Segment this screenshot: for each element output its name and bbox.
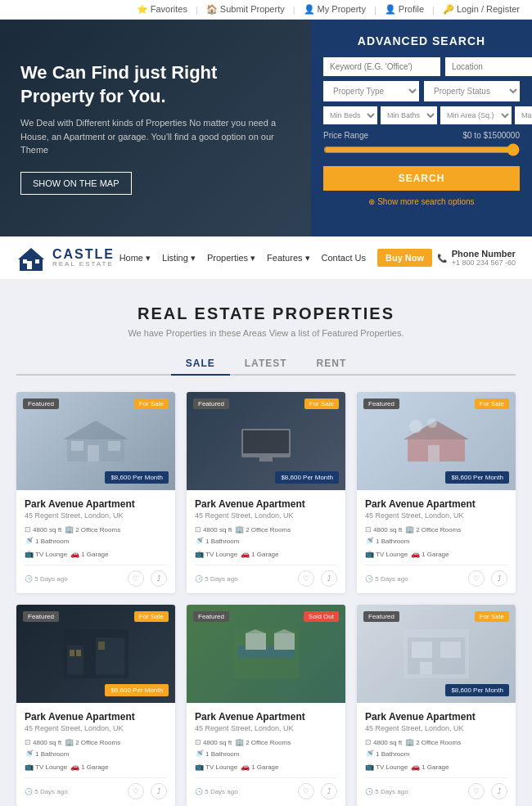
svg-point-17 <box>427 418 437 428</box>
property-card-6: Featured For Sale $8,600 Per Month Park … <box>357 605 516 806</box>
badge-sale-4: For Sale <box>134 611 169 622</box>
property-grid: Featured For Sale $8,600 Per Month Park … <box>16 392 516 806</box>
search-panel-title: ADVANCED SEARCH <box>323 34 520 47</box>
prop-body-3: Park Avenue Apartment 45 Regent Street, … <box>357 490 516 593</box>
nav-listing[interactable]: Listing ▾ <box>162 253 196 263</box>
price-range-slider[interactable] <box>323 143 520 156</box>
tab-sale[interactable]: SALE <box>171 353 230 376</box>
prop-footer-1: 🕒 5 Days ago ♡ ⤴ <box>25 565 167 587</box>
nav-favorites[interactable]: ⭐ Favorites <box>137 4 187 15</box>
logo-text: CASTLE REAL ESTATE <box>52 247 115 268</box>
property-status-select[interactable]: Property Status <box>424 81 520 101</box>
tab-latest[interactable]: LATEST <box>230 353 302 376</box>
prop-title-1: Park Avenue Apartment <box>25 498 167 510</box>
badge-featured-6: Featured <box>363 611 399 622</box>
prop-like-btn-4[interactable]: ♡ <box>128 783 144 799</box>
location-input[interactable] <box>445 57 532 76</box>
hero-section: We Can Find just Right Property for You.… <box>0 20 532 236</box>
prop-share-btn-2[interactable]: ⤴ <box>321 570 337 587</box>
nav-home[interactable]: Home ▾ <box>119 253 151 263</box>
prop-date-2: 🕒 5 Days ago <box>195 575 238 583</box>
svg-rect-7 <box>88 445 99 462</box>
svg-rect-26 <box>246 633 266 650</box>
svg-rect-8 <box>71 441 83 451</box>
search-button[interactable]: SEARCH <box>323 166 520 191</box>
show-more-options[interactable]: ⊕ Show more search options <box>323 197 520 206</box>
max-area-select[interactable]: Max Area (Sq.) <box>515 106 532 124</box>
prop-date-5: 🕒 5 Days ago <box>195 788 238 795</box>
price-tag-6: $8,600 Per Month <box>445 684 509 696</box>
svg-rect-2 <box>27 261 32 269</box>
prop-like-btn-1[interactable]: ♡ <box>128 570 144 587</box>
badge-featured-2: Featured <box>193 398 229 409</box>
prop-share-btn-1[interactable]: ⤴ <box>151 570 167 587</box>
logo-sub: REAL ESTATE <box>52 261 115 268</box>
show-map-button[interactable]: SHOW ON THE MAP <box>20 172 132 195</box>
prop-features-3: ⊡ 4800 sq ft 🏢 2 Office Rooms 🚿 1 Bathro… <box>365 525 507 545</box>
property-image-2: Featured For Sale $8,600 Per Month <box>187 392 345 490</box>
prop-share-btn-5[interactable]: ⤴ <box>321 783 337 799</box>
prop-footer-2: 🕒 5 Days ago ♡ ⤴ <box>195 565 337 587</box>
prop-actions-1: ♡ ⤴ <box>128 570 167 587</box>
tab-rent[interactable]: RENT <box>302 353 362 376</box>
prop-like-btn-2[interactable]: ♡ <box>298 570 314 587</box>
prop-body-4: Park Avenue Apartment 45 Regent Street, … <box>16 703 175 806</box>
prop-address-5: 45 Regent Street, London, UK <box>195 724 337 732</box>
prop-footer-3: 🕒 5 Days ago ♡ ⤴ <box>365 565 507 587</box>
prop-features-6: ⊡ 4800 sq ft 🏢 2 Office Rooms 🚿 1 Bathro… <box>365 738 507 758</box>
nav-buy-now[interactable]: Buy Now <box>377 249 432 267</box>
nav-properties[interactable]: Properties ▾ <box>207 253 255 263</box>
properties-section: REAL ESTATE PROPERTIES We have Propertie… <box>0 280 532 806</box>
hero-description: We Deal with Different kinds of Properti… <box>20 116 291 157</box>
svg-rect-3 <box>23 259 27 263</box>
badge-featured-3: Featured <box>363 398 399 409</box>
badge-featured-5: Featured <box>193 611 229 622</box>
prop-title-5: Park Avenue Apartment <box>195 711 337 723</box>
navbar: CASTLE REAL ESTATE Home ▾ Listing ▾ Prop… <box>0 236 532 280</box>
search-row-3: Min Beds Min Baths Min Area (Sq.) Max Ar… <box>323 106 520 124</box>
prop-body-2: Park Avenue Apartment 45 Regent Street, … <box>187 490 345 593</box>
prop-date-4: 🕒 5 Days ago <box>25 788 68 795</box>
min-beds-select[interactable]: Min Beds <box>323 106 377 124</box>
svg-rect-15 <box>428 445 440 462</box>
phone-icon: 📞 <box>437 254 447 263</box>
prop-footer-5: 🕒 5 Days ago ♡ ⤴ <box>195 777 337 799</box>
prop-features2-5: 📺 TV Lounge 🚗 1 Garage <box>195 763 337 771</box>
prop-features2-3: 📺 TV Lounge 🚗 1 Garage <box>365 550 507 558</box>
section-subtitle: We have Properties in these Areas View a… <box>16 328 516 338</box>
svg-rect-4 <box>35 259 39 263</box>
prop-like-btn-5[interactable]: ♡ <box>298 783 314 799</box>
prop-actions-5: ♡ ⤴ <box>298 783 337 799</box>
property-image-3: Featured For Sale $8,600 Per Month <box>357 392 516 490</box>
svg-rect-34 <box>420 662 432 674</box>
price-tag-3: $8,600 Per Month <box>445 471 509 484</box>
property-card-2: Featured For Sale $8,600 Per Month Park … <box>187 392 345 593</box>
prop-features2-6: 📺 TV Lounge 🚗 1 Garage <box>365 763 507 771</box>
property-card-3: Featured For Sale $8,600 Per Month Park … <box>357 392 516 593</box>
prop-like-btn-6[interactable]: ♡ <box>468 783 485 799</box>
min-area-select[interactable]: Min Area (Sq.) <box>440 106 512 124</box>
prop-share-btn-4[interactable]: ⤴ <box>151 783 167 799</box>
prop-address-2: 45 Regent Street, London, UK <box>195 511 337 520</box>
prop-features-5: ⊡ 4800 sq ft 🏢 2 Office Rooms 🚿 1 Bathro… <box>195 738 337 758</box>
prop-like-btn-3[interactable]: ♡ <box>468 570 485 587</box>
nav-features[interactable]: Features ▾ <box>267 253 309 263</box>
price-range-label: Price Range <box>323 131 368 140</box>
nav-login[interactable]: 🔑 Login / Register <box>443 4 520 15</box>
prop-share-btn-3[interactable]: ⤴ <box>491 570 507 587</box>
prop-title-4: Park Avenue Apartment <box>25 711 167 723</box>
prop-actions-3: ♡ ⤴ <box>468 570 507 587</box>
tab-bar: SALE LATEST RENT <box>16 353 516 376</box>
nav-submit-property[interactable]: 🏠 Submit Property <box>206 4 285 15</box>
keyword-input[interactable] <box>323 57 440 76</box>
nav-contact[interactable]: Contact Us <box>322 253 366 263</box>
min-baths-select[interactable]: Min Baths <box>381 106 437 124</box>
property-type-select[interactable]: Property Type <box>323 81 419 101</box>
prop-actions-4: ♡ ⤴ <box>128 783 167 799</box>
prop-share-btn-6[interactable]: ⤴ <box>491 783 507 799</box>
nav-profile[interactable]: 👤 Profile <box>385 4 424 15</box>
nav-my-property[interactable]: 👤 My Property <box>304 4 366 15</box>
svg-rect-32 <box>412 642 432 658</box>
prop-date-1: 🕒 5 Days ago <box>25 575 68 583</box>
property-card-1: Featured For Sale $8,600 Per Month Park … <box>16 392 175 593</box>
